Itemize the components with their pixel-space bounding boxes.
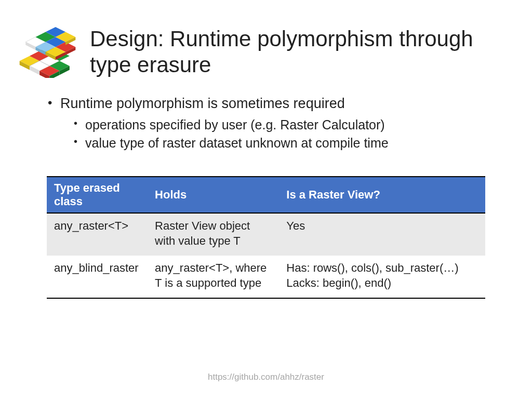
cell: Has: rows(), cols(), sub_raster(…) Lacks… (279, 256, 485, 298)
logo-icon (16, 26, 81, 78)
type-erasure-table: Type erased class Holds Is a Raster View… (47, 176, 485, 299)
bullet-main-text: Runtime polymorphism is sometimes requir… (60, 96, 345, 111)
col-header: Is a Raster View? (279, 177, 485, 213)
cell: any_raster<T> (47, 213, 148, 256)
slide-title: Design: Runtime polymorphism through typ… (81, 26, 501, 77)
table-row: any_raster<T> Raster View object with va… (47, 213, 485, 256)
footer-link: https://github.com/ahhz/raster (0, 372, 532, 382)
bullet-content: Runtime polymorphism is sometimes requir… (0, 78, 532, 152)
table-header-row: Type erased class Holds Is a Raster View… (47, 177, 485, 213)
cell: Raster View object with value type T (148, 213, 279, 256)
col-header: Type erased class (47, 177, 148, 213)
cell: any_raster<T>, where T is a supported ty… (148, 256, 279, 298)
cell: any_blind_raster (47, 256, 148, 298)
bullet-main: Runtime polymorphism is sometimes requir… (47, 95, 485, 152)
bullet-sub: value type of raster dataset unknown at … (60, 134, 485, 152)
col-header: Holds (148, 177, 279, 213)
cell: Yes (279, 213, 485, 256)
bullet-sub: operations specified by user (e.g. Raste… (60, 116, 485, 134)
table-row: any_blind_raster any_raster<T>, where T … (47, 256, 485, 298)
